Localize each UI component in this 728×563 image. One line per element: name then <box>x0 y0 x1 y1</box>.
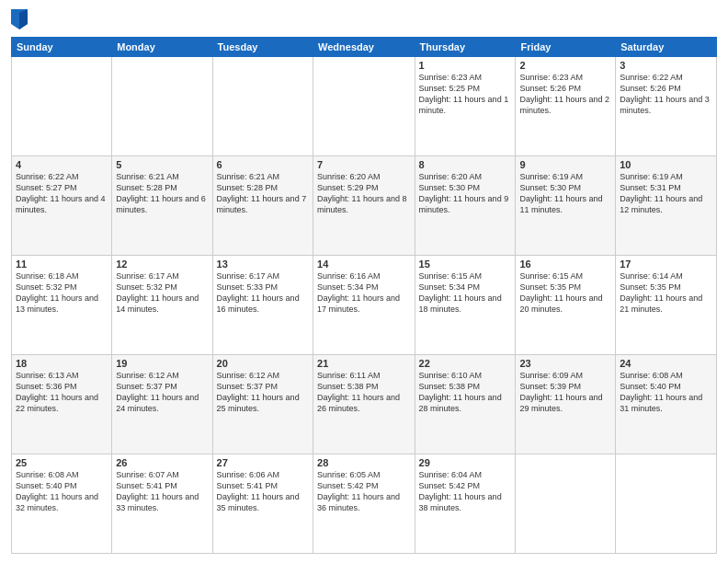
calendar-cell: 26Sunrise: 6:07 AM Sunset: 5:41 PM Dayli… <box>112 454 212 554</box>
day-info: Sunrise: 6:15 AM Sunset: 5:35 PM Dayligh… <box>519 270 611 316</box>
calendar-cell: 22Sunrise: 6:10 AM Sunset: 5:38 PM Dayli… <box>415 355 516 454</box>
day-info: Sunrise: 6:12 AM Sunset: 5:37 PM Dayligh… <box>116 370 208 415</box>
day-number: 22 <box>419 358 512 369</box>
col-header-tuesday: Tuesday <box>212 38 313 57</box>
calendar-cell: 3Sunrise: 6:22 AM Sunset: 5:26 PM Daylig… <box>616 57 717 156</box>
calendar-week-1: 1Sunrise: 6:23 AM Sunset: 5:25 PM Daylig… <box>12 57 717 156</box>
calendar-table: SundayMondayTuesdayWednesdayThursdayFrid… <box>11 37 717 554</box>
day-info: Sunrise: 6:09 AM Sunset: 5:39 PM Dayligh… <box>519 370 611 415</box>
day-number: 2 <box>519 60 611 71</box>
day-number: 16 <box>519 259 611 270</box>
day-info: Sunrise: 6:08 AM Sunset: 5:40 PM Dayligh… <box>620 370 712 415</box>
day-info: Sunrise: 6:16 AM Sunset: 5:34 PM Dayligh… <box>317 270 411 316</box>
col-header-thursday: Thursday <box>415 38 516 57</box>
day-number: 3 <box>620 60 712 71</box>
logo <box>11 9 31 29</box>
day-info: Sunrise: 6:12 AM Sunset: 5:37 PM Dayligh… <box>217 370 309 415</box>
day-number: 9 <box>519 159 611 170</box>
day-info: Sunrise: 6:07 AM Sunset: 5:41 PM Dayligh… <box>116 469 208 514</box>
generalblue-logo-icon <box>11 9 28 29</box>
day-info: Sunrise: 6:15 AM Sunset: 5:34 PM Dayligh… <box>419 270 512 316</box>
calendar-cell: 29Sunrise: 6:04 AM Sunset: 5:42 PM Dayli… <box>415 454 516 554</box>
day-info: Sunrise: 6:22 AM Sunset: 5:26 PM Dayligh… <box>620 72 712 117</box>
calendar-cell: 25Sunrise: 6:08 AM Sunset: 5:40 PM Dayli… <box>12 454 112 554</box>
calendar-week-5: 25Sunrise: 6:08 AM Sunset: 5:40 PM Dayli… <box>12 454 717 554</box>
calendar-cell: 7Sunrise: 6:20 AM Sunset: 5:29 PM Daylig… <box>313 156 415 256</box>
day-info: Sunrise: 6:11 AM Sunset: 5:38 PM Dayligh… <box>317 370 411 415</box>
header <box>11 9 717 29</box>
calendar-cell: 13Sunrise: 6:17 AM Sunset: 5:33 PM Dayli… <box>212 256 313 355</box>
calendar-cell: 12Sunrise: 6:17 AM Sunset: 5:32 PM Dayli… <box>112 256 212 355</box>
calendar-header-row: SundayMondayTuesdayWednesdayThursdayFrid… <box>12 38 717 57</box>
calendar-cell: 5Sunrise: 6:21 AM Sunset: 5:28 PM Daylig… <box>112 156 212 256</box>
col-header-saturday: Saturday <box>616 38 717 57</box>
calendar-cell: 18Sunrise: 6:13 AM Sunset: 5:36 PM Dayli… <box>12 355 112 454</box>
calendar-cell: 27Sunrise: 6:06 AM Sunset: 5:41 PM Dayli… <box>212 454 313 554</box>
day-number: 25 <box>16 457 108 468</box>
col-header-monday: Monday <box>112 38 212 57</box>
calendar-cell: 24Sunrise: 6:08 AM Sunset: 5:40 PM Dayli… <box>616 355 717 454</box>
day-number: 12 <box>116 259 208 270</box>
day-number: 20 <box>217 358 309 369</box>
day-info: Sunrise: 6:23 AM Sunset: 5:25 PM Dayligh… <box>419 72 512 117</box>
calendar-week-3: 11Sunrise: 6:18 AM Sunset: 5:32 PM Dayli… <box>12 256 717 355</box>
calendar-cell: 15Sunrise: 6:15 AM Sunset: 5:34 PM Dayli… <box>415 256 516 355</box>
day-info: Sunrise: 6:13 AM Sunset: 5:36 PM Dayligh… <box>16 370 108 415</box>
day-number: 1 <box>419 60 512 71</box>
day-number: 29 <box>419 457 512 468</box>
calendar-cell <box>516 454 616 554</box>
calendar-cell: 2Sunrise: 6:23 AM Sunset: 5:26 PM Daylig… <box>516 57 616 156</box>
day-number: 28 <box>317 457 411 468</box>
calendar-cell: 6Sunrise: 6:21 AM Sunset: 5:28 PM Daylig… <box>212 156 313 256</box>
day-number: 18 <box>16 358 108 369</box>
day-number: 11 <box>16 259 108 270</box>
day-info: Sunrise: 6:21 AM Sunset: 5:28 PM Dayligh… <box>217 171 309 216</box>
day-info: Sunrise: 6:21 AM Sunset: 5:28 PM Dayligh… <box>116 171 208 216</box>
day-info: Sunrise: 6:17 AM Sunset: 5:33 PM Dayligh… <box>217 270 309 316</box>
day-number: 17 <box>620 259 712 270</box>
calendar-cell: 19Sunrise: 6:12 AM Sunset: 5:37 PM Dayli… <box>112 355 212 454</box>
day-info: Sunrise: 6:17 AM Sunset: 5:32 PM Dayligh… <box>116 270 208 316</box>
calendar-cell: 8Sunrise: 6:20 AM Sunset: 5:30 PM Daylig… <box>415 156 516 256</box>
calendar-cell <box>616 454 717 554</box>
calendar-cell <box>313 57 415 156</box>
day-number: 5 <box>116 159 208 170</box>
calendar-cell <box>112 57 212 156</box>
day-number: 14 <box>317 259 411 270</box>
page: SundayMondayTuesdayWednesdayThursdayFrid… <box>0 0 728 563</box>
day-info: Sunrise: 6:06 AM Sunset: 5:41 PM Dayligh… <box>217 469 309 514</box>
calendar-cell: 9Sunrise: 6:19 AM Sunset: 5:30 PM Daylig… <box>516 156 616 256</box>
day-info: Sunrise: 6:20 AM Sunset: 5:30 PM Dayligh… <box>419 171 512 216</box>
calendar-cell: 23Sunrise: 6:09 AM Sunset: 5:39 PM Dayli… <box>516 355 616 454</box>
day-number: 15 <box>419 259 512 270</box>
col-header-sunday: Sunday <box>12 38 112 57</box>
day-number: 7 <box>317 159 411 170</box>
calendar-cell: 11Sunrise: 6:18 AM Sunset: 5:32 PM Dayli… <box>12 256 112 355</box>
day-info: Sunrise: 6:19 AM Sunset: 5:30 PM Dayligh… <box>519 171 611 216</box>
calendar-cell: 17Sunrise: 6:14 AM Sunset: 5:35 PM Dayli… <box>616 256 717 355</box>
col-header-wednesday: Wednesday <box>313 38 415 57</box>
day-info: Sunrise: 6:14 AM Sunset: 5:35 PM Dayligh… <box>620 270 712 316</box>
calendar-cell <box>12 57 112 156</box>
day-info: Sunrise: 6:05 AM Sunset: 5:42 PM Dayligh… <box>317 469 411 514</box>
col-header-friday: Friday <box>516 38 616 57</box>
day-number: 23 <box>519 358 611 369</box>
calendar-cell: 16Sunrise: 6:15 AM Sunset: 5:35 PM Dayli… <box>516 256 616 355</box>
calendar-cell: 1Sunrise: 6:23 AM Sunset: 5:25 PM Daylig… <box>415 57 516 156</box>
day-number: 4 <box>16 159 108 170</box>
day-number: 27 <box>217 457 309 468</box>
day-info: Sunrise: 6:08 AM Sunset: 5:40 PM Dayligh… <box>16 469 108 514</box>
day-info: Sunrise: 6:18 AM Sunset: 5:32 PM Dayligh… <box>16 270 108 316</box>
calendar-cell <box>212 57 313 156</box>
day-number: 26 <box>116 457 208 468</box>
day-info: Sunrise: 6:23 AM Sunset: 5:26 PM Dayligh… <box>519 72 611 117</box>
calendar-cell: 21Sunrise: 6:11 AM Sunset: 5:38 PM Dayli… <box>313 355 415 454</box>
day-number: 24 <box>620 358 712 369</box>
day-info: Sunrise: 6:10 AM Sunset: 5:38 PM Dayligh… <box>419 370 512 415</box>
day-number: 19 <box>116 358 208 369</box>
calendar-cell: 14Sunrise: 6:16 AM Sunset: 5:34 PM Dayli… <box>313 256 415 355</box>
calendar-cell: 28Sunrise: 6:05 AM Sunset: 5:42 PM Dayli… <box>313 454 415 554</box>
day-info: Sunrise: 6:22 AM Sunset: 5:27 PM Dayligh… <box>16 171 108 216</box>
day-info: Sunrise: 6:19 AM Sunset: 5:31 PM Dayligh… <box>620 171 712 216</box>
day-info: Sunrise: 6:20 AM Sunset: 5:29 PM Dayligh… <box>317 171 411 216</box>
